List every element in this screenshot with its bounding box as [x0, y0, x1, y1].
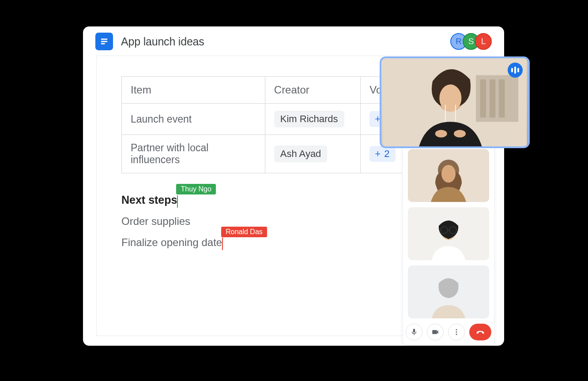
mic-button[interactable]	[406, 324, 422, 340]
svg-point-13	[456, 329, 457, 330]
svg-point-14	[456, 332, 457, 333]
document-title[interactable]: App launch ideas	[121, 35, 204, 48]
creator-chip[interactable]: Ash Ayad	[274, 146, 328, 162]
table-header-row: Item Creator Votes	[122, 77, 421, 104]
col-header-creator: Creator	[265, 77, 361, 104]
svg-rect-0	[101, 39, 108, 40]
microphone-icon	[410, 328, 418, 336]
avatar[interactable]: L	[475, 33, 492, 50]
svg-point-5	[441, 165, 456, 183]
camera-icon	[431, 328, 439, 336]
svg-rect-1	[101, 41, 108, 42]
vote-chip[interactable]: + 2	[369, 146, 396, 162]
video-tile[interactable]	[408, 207, 489, 260]
cell-item[interactable]: Launch event	[122, 104, 265, 135]
vote-count: 2	[384, 148, 389, 160]
active-speaker-tile[interactable]	[380, 56, 530, 148]
svg-rect-19	[490, 79, 495, 118]
table-row[interactable]: Partner with local influencers Ash Ayad …	[122, 135, 421, 173]
collab-cursor-caret	[177, 195, 178, 208]
cell-creator[interactable]: Ash Ayad	[265, 135, 361, 173]
col-header-item: Item	[122, 77, 265, 104]
svg-point-15	[456, 334, 457, 335]
plus-icon: +	[375, 148, 381, 160]
app-window: App launch ideas R S L Item Creator Vote…	[83, 26, 504, 346]
collab-cursor-flag: Thuy Ngo	[176, 184, 215, 194]
svg-point-26	[454, 130, 466, 138]
camera-button[interactable]	[427, 324, 444, 340]
collab-cursor-caret	[222, 238, 223, 250]
table-row[interactable]: Launch event Kim Richards + 4	[122, 104, 421, 135]
section-heading[interactable]: Next steps	[121, 194, 177, 206]
speaking-indicator-icon	[508, 63, 523, 78]
more-button[interactable]	[448, 324, 465, 340]
cell-item[interactable]: Partner with local influencers	[122, 135, 265, 173]
more-vertical-icon	[452, 328, 460, 336]
cell-creator[interactable]: Kim Richards	[265, 104, 361, 135]
hangup-button[interactable]	[469, 324, 491, 340]
phone-hangup-icon	[475, 327, 485, 337]
video-tile[interactable]	[408, 265, 489, 318]
header: App launch ideas R S L	[83, 26, 504, 56]
video-tile[interactable]	[408, 149, 489, 202]
svg-rect-20	[499, 79, 505, 118]
svg-point-22	[439, 85, 461, 112]
collab-cursor-flag: Ronald Das	[221, 227, 267, 237]
collaborator-avatars: R S L	[450, 33, 492, 50]
meet-controls	[403, 324, 494, 340]
svg-rect-18	[480, 79, 486, 118]
list-item[interactable]: Finalize opening date	[121, 236, 222, 248]
svg-point-25	[435, 130, 447, 138]
creator-chip[interactable]: Kim Richards	[274, 111, 344, 127]
docs-icon[interactable]	[95, 33, 113, 50]
ideas-table: Item Creator Votes Launch event Kim Rich…	[121, 76, 421, 173]
svg-rect-2	[101, 43, 105, 45]
